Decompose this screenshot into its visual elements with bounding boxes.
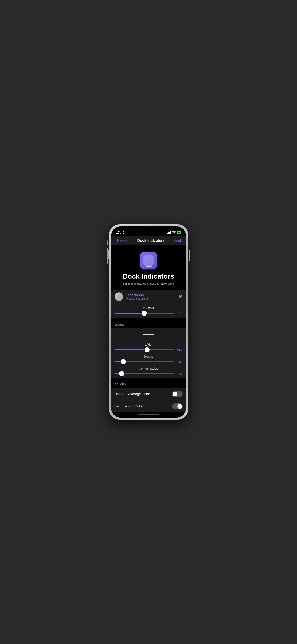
power-button[interactable] [189,250,190,261]
width-label: Width [114,343,183,346]
signal-icon [167,231,171,234]
back-button[interactable]: ‹ Tweaks [114,239,128,242]
y-offset-slider-row: 5.0 [114,312,183,315]
hero-subtitle: Running indicators under your dock apps [123,282,174,285]
height-track[interactable] [114,361,174,362]
use-app-avg-color-row: Use App Average Color [111,388,186,400]
height-slider-row: 5.0 [114,360,183,364]
status-time: 17:46 [116,230,124,235]
battery-icon: 39 [177,231,181,234]
content-area: Dock Indicators Running indicators under… [111,245,186,418]
indicator-preview [143,334,154,335]
corner-radius-thumb[interactable] [119,371,124,376]
width-slider-row: 35.0 [114,348,183,352]
set-indicator-color-label: Set Indicator Color [114,404,143,408]
width-track[interactable] [114,349,174,350]
nav-bar: ‹ Tweaks Dock Indicators Apply [111,236,186,245]
width-thumb[interactable] [145,347,150,352]
y-offset-thumb[interactable] [142,310,147,316]
hero-title: Dock Indicators [123,272,174,280]
colors-section-header: COLORS [111,378,186,388]
height-label: Height [114,355,183,358]
corner-radius-track[interactable] [114,373,174,374]
shape-label: SHAPE [114,323,124,326]
author-handle: @LacertosusDeus [126,297,178,300]
mute-button[interactable] [107,240,108,245]
home-indicator [111,412,186,418]
author-name: Lacertosus [126,293,178,297]
apply-button[interactable]: Apply [174,239,183,242]
corner-radius-slider-row: 2.5 [114,372,183,376]
volume-down-button[interactable] [107,258,108,264]
use-app-avg-color-label: Use App Average Color [114,392,150,396]
home-bar [138,414,159,415]
width-value: 35.0 [176,348,183,352]
set-indicator-color-row: Set Indicator Color [111,400,186,412]
shape-controls: Width 35.0 Height 5.0 [111,340,186,378]
height-thumb[interactable] [121,359,126,364]
colors-section: Use App Average Color Set Indicator Colo… [111,388,186,412]
volume-up-button[interactable] [107,248,108,255]
author-row: Lacertosus @LacertosusDeus [111,290,186,304]
y-offset-section: Y Offset 5.0 [111,304,186,318]
phone-screen: 17:46 39 ‹ [111,226,186,418]
phone-frame: 17:46 39 ‹ [109,224,188,420]
height-value: 5.0 [176,360,183,364]
set-indicator-color-toggle[interactable] [172,403,183,409]
corner-radius-value: 2.5 [176,372,183,376]
shape-section-header: SHAPE [111,318,186,328]
twitter-icon[interactable] [178,294,183,299]
use-app-avg-color-toggle[interactable] [172,391,183,397]
corner-radius-label: Corner Radius [114,367,183,370]
chevron-left-icon: ‹ [114,239,116,242]
colors-label: COLORS [114,383,126,386]
app-icon [140,252,157,269]
author-info: Lacertosus @LacertosusDeus [126,293,178,300]
y-offset-value: 5.0 [176,312,183,315]
hero-section: Dock Indicators Running indicators under… [111,245,186,290]
shape-preview [111,328,186,340]
y-offset-track[interactable] [114,313,174,314]
wifi-icon [172,231,176,234]
back-label: Tweaks [116,239,128,242]
nav-title: Dock Indicators [137,238,165,243]
status-icons: 39 [167,231,181,235]
notch [135,226,163,233]
y-offset-label: Y Offset [114,306,183,310]
author-avatar [114,292,123,301]
